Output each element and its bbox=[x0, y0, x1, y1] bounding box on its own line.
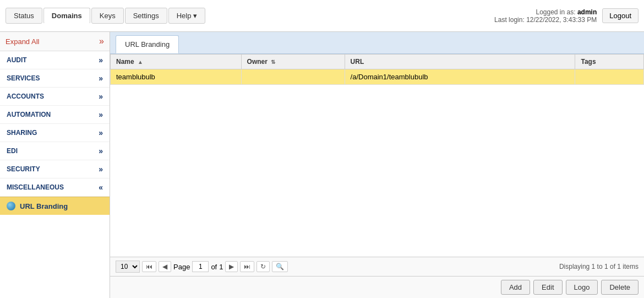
of-label: of bbox=[211, 263, 217, 271]
sidebar-item-automation[interactable]: AUTOMATION » bbox=[0, 106, 110, 124]
nav-domains[interactable]: Domains bbox=[43, 8, 90, 24]
col-header-url: URL bbox=[345, 55, 575, 69]
sort-icon-name: ▲ bbox=[138, 59, 143, 65]
nav-right: Logged in as: admin Last login: 12/22/20… bbox=[494, 8, 638, 24]
prev-page-button[interactable]: ◀ bbox=[159, 261, 171, 272]
action-bar: Add Edit Logo Delete bbox=[110, 276, 644, 298]
edit-button[interactable]: Edit bbox=[533, 280, 562, 295]
chevron-icon: » bbox=[99, 110, 103, 119]
sidebar-item-accounts[interactable]: ACCOUNTS » bbox=[0, 88, 110, 106]
sidebar-item-url-branding[interactable]: URL Branding bbox=[0, 197, 110, 215]
chevron-icon: » bbox=[99, 165, 103, 174]
nav-keys[interactable]: Keys bbox=[91, 8, 124, 24]
add-button[interactable]: Add bbox=[501, 280, 530, 295]
sort-icon-owner: ⇅ bbox=[271, 59, 275, 65]
cell-tags bbox=[575, 69, 644, 85]
tab-header: URL Branding bbox=[110, 32, 644, 54]
nav-status[interactable]: Status bbox=[6, 8, 42, 24]
login-info: Logged in as: admin Last login: 12/22/20… bbox=[494, 8, 597, 24]
cell-url: /a/Domain1/teamblubulb bbox=[345, 69, 575, 85]
last-page-button[interactable]: ⏭ bbox=[240, 261, 254, 272]
pagination-info: Displaying 1 to 1 of 1 items bbox=[559, 263, 638, 270]
chevron-icon: » bbox=[99, 56, 103, 64]
col-header-name[interactable]: Name ▲ bbox=[111, 55, 242, 69]
logout-button[interactable]: Logout bbox=[602, 8, 638, 23]
nav-settings[interactable]: Settings bbox=[125, 8, 167, 24]
nav-help[interactable]: Help ▾ bbox=[168, 8, 206, 24]
chevron-icon: « bbox=[99, 183, 103, 192]
next-page-button[interactable]: ▶ bbox=[225, 261, 238, 272]
first-page-button[interactable]: ⏮ bbox=[142, 261, 156, 272]
sidebar-item-services[interactable]: SERVICES » bbox=[0, 69, 110, 88]
main-layout: Expand All » AUDIT » SERVICES » ACCOUNTS… bbox=[0, 32, 644, 298]
cell-name: teamblubulb bbox=[111, 69, 242, 85]
pagination-bar: 10 25 50 ⏮ ◀ Page of 1 ▶ ⏭ ↻ 🔍 Displayin… bbox=[110, 257, 644, 276]
table-area: Name ▲ Owner ⇅ URL Tags bbox=[110, 54, 644, 257]
zoom-button[interactable]: 🔍 bbox=[272, 261, 288, 272]
globe-icon bbox=[7, 202, 15, 210]
sidebar: Expand All » AUDIT » SERVICES » ACCOUNTS… bbox=[0, 32, 110, 298]
logo-button[interactable]: Logo bbox=[566, 280, 598, 295]
per-page-select[interactable]: 10 25 50 bbox=[116, 261, 140, 273]
col-header-owner[interactable]: Owner ⇅ bbox=[241, 55, 345, 69]
expand-all-link[interactable]: Expand All bbox=[6, 37, 39, 46]
page-number-input[interactable] bbox=[192, 261, 209, 272]
chevron-icon: » bbox=[99, 74, 103, 83]
cell-owner bbox=[241, 69, 345, 85]
content-area: URL Branding Name ▲ Owner ⇅ bbox=[110, 32, 644, 298]
chevron-icon: » bbox=[99, 128, 103, 137]
nav-menu: Status Domains Keys Settings Help ▾ bbox=[6, 8, 205, 24]
sidebar-item-sharing[interactable]: SHARING » bbox=[0, 124, 110, 142]
sidebar-item-audit[interactable]: AUDIT » bbox=[0, 51, 110, 69]
sidebar-item-security[interactable]: SECURITY » bbox=[0, 160, 110, 178]
sidebar-scroll[interactable]: AUDIT » SERVICES » ACCOUNTS » AUTOMATION… bbox=[0, 51, 110, 298]
sidebar-header: Expand All » bbox=[0, 32, 110, 51]
sidebar-item-edi[interactable]: EDI » bbox=[0, 142, 110, 160]
page-label: Page bbox=[173, 263, 190, 271]
col-header-tags: Tags bbox=[575, 55, 644, 69]
top-navigation: Status Domains Keys Settings Help ▾ Logg… bbox=[0, 0, 644, 32]
data-table: Name ▲ Owner ⇅ URL Tags bbox=[110, 54, 644, 85]
tab-url-branding[interactable]: URL Branding bbox=[116, 35, 179, 53]
chevron-icon: » bbox=[99, 147, 103, 155]
chevron-icon: » bbox=[99, 92, 103, 101]
table-row[interactable]: teamblubulb /a/Domain1/teamblubulb bbox=[111, 69, 644, 85]
sidebar-item-miscellaneous[interactable]: MISCELLANEOUS « bbox=[0, 178, 110, 197]
total-pages: 1 bbox=[219, 263, 223, 271]
expand-all-icon: » bbox=[99, 36, 104, 46]
refresh-button[interactable]: ↻ bbox=[256, 261, 270, 272]
delete-button[interactable]: Delete bbox=[601, 280, 638, 295]
